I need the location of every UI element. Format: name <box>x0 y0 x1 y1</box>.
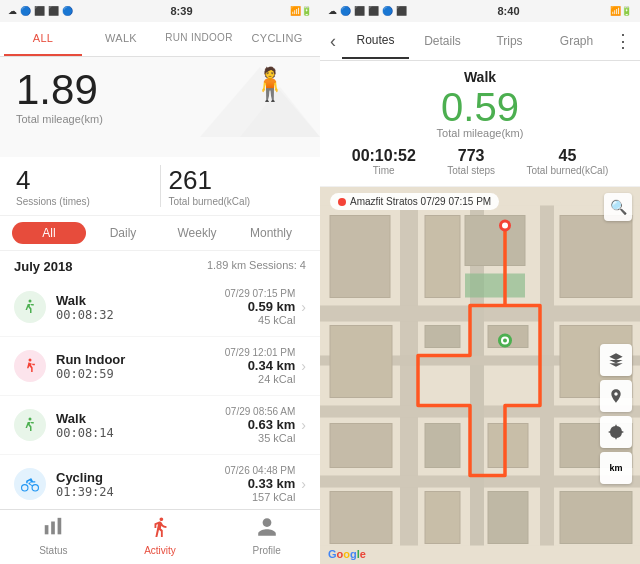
google-logo: Google <box>328 548 366 560</box>
detail-burned: 45 Total burned(kCal) <box>527 147 609 176</box>
svg-rect-5 <box>45 525 49 534</box>
chevron-cycling-icon: › <box>301 476 306 492</box>
annotation-text: Amazfit Stratos 07/29 07:15 PM <box>350 196 491 207</box>
nav-profile[interactable]: Profile <box>213 516 320 556</box>
walk2-kcal: 35 kCal <box>225 432 295 444</box>
run-date: 07/29 12:01 PM <box>225 347 296 358</box>
svg-rect-28 <box>330 492 392 544</box>
nav-activity[interactable]: Activity <box>107 516 214 556</box>
burned-label: Total burned(kCal) <box>169 196 305 207</box>
nav-profile-label: Profile <box>253 545 281 556</box>
walk2-date: 07/29 08:56 AM <box>225 406 295 417</box>
detail-stats-row: 00:10:52 Time 773 Total steps 45 Total b… <box>336 147 624 176</box>
hero-figure: 🧍 <box>250 65 290 103</box>
back-button[interactable]: ‹ <box>324 23 342 60</box>
burned-stat: 261 Total burned(kCal) <box>169 165 305 207</box>
svg-point-2 <box>29 300 32 303</box>
chevron-walk2-icon: › <box>301 417 306 433</box>
target-button[interactable] <box>600 416 632 448</box>
tab-bar-left: ALL WALK RUN INDOOR CYCLING <box>0 22 320 57</box>
svg-rect-21 <box>425 326 460 348</box>
svg-point-35 <box>503 339 507 343</box>
cycling-name: Cycling <box>56 470 225 485</box>
filter-all[interactable]: All <box>12 222 86 244</box>
tab-run-indoor[interactable]: RUN INDOOR <box>160 22 238 56</box>
cycling-icon <box>14 468 46 500</box>
cycling-distance: 0.33 km <box>225 476 296 491</box>
tab-graph[interactable]: Graph <box>543 24 610 58</box>
tab-trips[interactable]: Trips <box>476 24 543 58</box>
status-bar-right: ☁🔵⬛⬛🔵⬛ 8:40 📶🔋 <box>320 0 640 22</box>
chevron-run-icon: › <box>301 358 306 374</box>
km-label: km <box>609 463 622 473</box>
zoom-search-button[interactable]: 🔍 <box>604 193 632 221</box>
activity-list: Walk 00:08:32 07/29 07:15 PM 0.59 km 45 … <box>0 278 320 509</box>
burned-value: 261 <box>169 165 305 196</box>
activity-item-cycling[interactable]: Cycling 01:39:24 07/26 04:48 PM 0.33 km … <box>0 455 320 509</box>
svg-rect-31 <box>560 492 632 544</box>
walk1-info: Walk 00:08:32 <box>56 293 225 322</box>
location-button[interactable] <box>600 380 632 412</box>
map-top-controls: 🔍 <box>604 193 632 225</box>
more-button[interactable]: ⋮ <box>610 22 636 60</box>
time-left: 8:39 <box>170 5 192 17</box>
activity-item-walk2[interactable]: Walk 00:08:14 07/29 08:56 AM 0.63 km 35 … <box>0 396 320 455</box>
svg-point-4 <box>29 418 32 421</box>
svg-rect-29 <box>425 492 460 544</box>
run-kcal: 24 kCal <box>225 373 296 385</box>
svg-rect-7 <box>58 518 62 535</box>
battery-icons-left: 📶🔋 <box>290 6 312 16</box>
activity-item-run[interactable]: Run Indoor 00:02:59 07/29 12:01 PM 0.34 … <box>0 337 320 396</box>
cycling-date: 07/26 04:48 PM <box>225 465 296 476</box>
run-duration: 00:02:59 <box>56 367 225 381</box>
sessions-stat: 4 Sessions (times) <box>16 165 152 207</box>
cycling-meta: 07/26 04:48 PM 0.33 km 157 kCal <box>225 465 296 503</box>
detail-type: Walk <box>336 69 624 85</box>
walk1-meta: 07/29 07:15 PM 0.59 km 45 kCal <box>225 288 296 326</box>
filter-monthly[interactable]: Monthly <box>234 222 308 244</box>
tab-details[interactable]: Details <box>409 24 476 58</box>
svg-rect-9 <box>400 206 418 546</box>
svg-rect-18 <box>465 216 525 266</box>
svg-rect-17 <box>425 216 460 298</box>
stat-divider <box>160 165 161 207</box>
map-background: Amazfit Stratos 07/29 07:15 PM 🔍 km <box>320 187 640 564</box>
map-container[interactable]: Amazfit Stratos 07/29 07:15 PM 🔍 km <box>320 187 640 564</box>
km-button[interactable]: km <box>600 452 632 484</box>
detail-time-value: 00:10:52 <box>352 147 416 165</box>
status-icons-left: ☁🔵⬛⬛🔵 <box>8 6 73 16</box>
detail-mileage: 0.59 <box>336 87 624 127</box>
cycling-kcal: 157 kCal <box>225 491 296 503</box>
tab-routes[interactable]: Routes <box>342 23 409 59</box>
walk2-duration: 00:08:14 <box>56 426 225 440</box>
walk-icon-1 <box>14 291 46 323</box>
walk2-meta: 07/29 08:56 AM 0.63 km 35 kCal <box>225 406 295 444</box>
sessions-label: Sessions (times) <box>16 196 152 207</box>
svg-point-3 <box>29 359 32 362</box>
tab-all[interactable]: ALL <box>4 22 82 56</box>
layers-button[interactable] <box>600 344 632 376</box>
right-panel: ☁🔵⬛⬛🔵⬛ 8:40 📶🔋 ‹ Routes Details Trips Gr… <box>320 0 640 564</box>
walk1-kcal: 45 kCal <box>225 314 296 326</box>
status-bar-left: ☁🔵⬛⬛🔵 8:39 📶🔋 <box>0 0 320 22</box>
left-panel: ☁🔵⬛⬛🔵 8:39 📶🔋 ALL WALK RUN INDOOR CYCLIN… <box>0 0 320 564</box>
tab-walk[interactable]: WALK <box>82 22 160 56</box>
svg-rect-20 <box>330 326 392 398</box>
svg-rect-6 <box>51 522 55 535</box>
filter-daily[interactable]: Daily <box>86 222 160 244</box>
map-side-controls: km <box>600 344 632 484</box>
activity-item-walk1[interactable]: Walk 00:08:32 07/29 07:15 PM 0.59 km 45 … <box>0 278 320 337</box>
filter-weekly[interactable]: Weekly <box>160 222 234 244</box>
detail-mileage-label: Total mileage(km) <box>336 127 624 139</box>
svg-rect-30 <box>488 492 528 544</box>
detail-steps-value: 773 <box>447 147 495 165</box>
cycling-duration: 01:39:24 <box>56 485 225 499</box>
chevron-walk1-icon: › <box>301 299 306 315</box>
month-header: July 2018 1.89 km Sessions: 4 <box>0 251 320 278</box>
svg-point-37 <box>502 223 508 229</box>
tab-cycling[interactable]: CYCLING <box>238 22 316 56</box>
nav-status[interactable]: Status <box>0 516 107 556</box>
detail-hero: Walk 0.59 Total mileage(km) 00:10:52 Tim… <box>320 61 640 187</box>
svg-rect-16 <box>330 216 390 298</box>
battery-icons-right: 📶🔋 <box>610 6 632 16</box>
